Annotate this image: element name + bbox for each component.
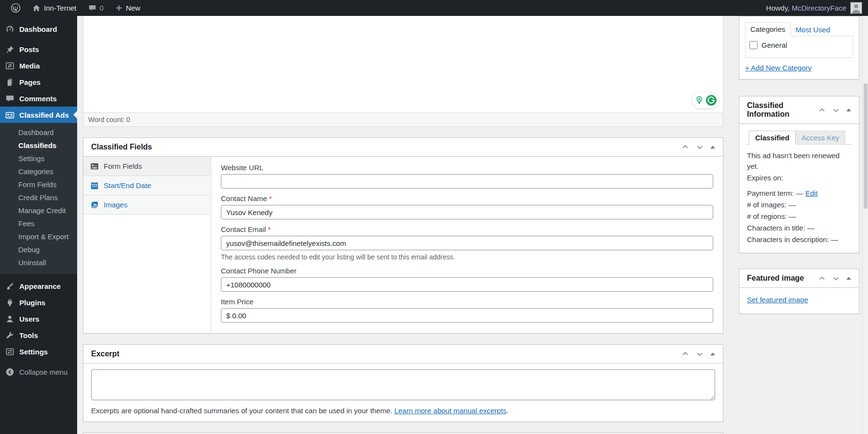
collapse-icon [5,367,14,377]
contact-name-input[interactable] [221,205,713,219]
renewed-status: This ad hasn't been renewed yet. [747,150,851,172]
dashboard-icon [5,25,14,34]
media-icon [5,61,14,70]
tab-access-key[interactable]: Access Key [796,131,845,145]
scrollbar-thumb[interactable] [864,83,868,209]
content-editor: Word count: 0 [83,16,723,127]
website-url-input[interactable] [221,174,713,189]
set-featured-image-link[interactable]: Set featured image [747,296,808,304]
featured-image-header[interactable]: Featured image [739,269,859,288]
toggle-panel-icon[interactable] [710,146,715,149]
page-scrollbar[interactable] [862,16,868,434]
sidebar-item-media[interactable]: Media [0,57,77,74]
category-item-general[interactable]: General [749,41,849,49]
editor-text-area[interactable] [83,16,723,112]
submenu-item-dashboard[interactable]: Dashboard [0,126,77,139]
contact-email-input[interactable] [221,236,713,250]
sidebar-item-classified-ads[interactable]: Classified Ads [0,107,77,123]
toggle-panel-icon[interactable] [846,108,851,111]
classified-fields-header[interactable]: Classified Fields [83,138,723,157]
site-name-menu[interactable]: Inn-Ternet [27,0,82,16]
general-checkbox[interactable] [749,41,758,49]
word-count: Word count: 0 [88,116,130,123]
classified-fields-box: Classified Fields Form Fields [83,137,723,334]
submenu-item-fees[interactable]: Fees [0,217,77,230]
main-content: Word count: 0 Classified Fields Form [83,16,723,434]
required-asterisk: * [268,225,271,233]
website-url-label: Website URL [221,163,713,172]
tab-start-end-date[interactable]: Start/End Date [83,176,211,195]
sidebar-item-posts[interactable]: Posts [0,41,77,57]
move-down-icon[interactable] [696,350,704,358]
category-label: General [761,41,787,49]
classified-information-header[interactable]: Classified Information [739,96,859,124]
manual-excerpts-link[interactable]: Learn more about manual excerpts [394,407,507,415]
submenu-item-manage-credit[interactable]: Manage Credit [0,204,77,217]
edit-payment-link[interactable]: Edit [805,189,818,197]
submenu-item-uninstall[interactable]: Uninstall [0,256,77,269]
account-menu[interactable]: Howdy, McDirectoryFace [766,0,868,16]
sidebar-item-tools[interactable]: Tools [0,327,77,343]
tab-form-fields[interactable]: Form Fields [83,157,211,176]
featured-image-box: Featured image Set featured image [739,269,859,314]
categories-tabs: Categories Most Used [745,22,853,36]
avatar[interactable] [850,2,862,14]
submenu-item-settings[interactable]: Settings [0,152,77,165]
submenu-item-form-fields[interactable]: Form Fields [0,178,77,191]
add-new-category-link[interactable]: + Add New Category [745,64,812,72]
categories-box: Categories Most Used General + Add New C… [739,16,859,80]
move-up-icon[interactable] [818,275,826,282]
grammarly-widget[interactable] [692,92,719,108]
sidebar-item-dashboard[interactable]: Dashboard [0,21,77,37]
submenu-item-debug[interactable]: Debug [0,243,77,256]
tab-classified[interactable]: Classified [749,131,796,145]
submenu-item-import-export[interactable]: Import & Export [0,230,77,243]
move-down-icon[interactable] [696,143,704,151]
comments-menu[interactable]: 0 [82,0,109,16]
tab-images[interactable]: Images [83,195,211,215]
featured-image-title: Featured image [747,274,804,283]
tab-most-used[interactable]: Most Used [791,23,835,36]
classified-info-tabs: Classified Access Key [747,131,851,145]
contact-phone-input[interactable] [221,277,713,292]
sidebar-item-plugins[interactable]: Plugins [0,294,77,311]
move-up-icon[interactable] [681,143,689,151]
chars-in-description: Characters in description: — [747,234,851,245]
home-icon [32,4,41,12]
admin-bar: Inn-Ternet 0 New Howdy, McDirectoryFace [0,0,868,16]
toggle-panel-icon[interactable] [846,277,851,280]
contact-email-helper: The access codes needed to edit your lis… [221,253,713,261]
users-icon [5,314,14,324]
sidebar-item-settings[interactable]: Settings [0,343,77,360]
new-content-menu[interactable]: New [109,0,146,16]
excerpt-textarea[interactable] [91,369,715,400]
classified-information-box: Classified Information Classified Access… [739,96,859,253]
editor-status-bar: Word count: 0 [83,112,723,126]
move-up-icon[interactable] [818,107,826,114]
excerpt-header[interactable]: Excerpt [83,345,723,364]
required-asterisk: * [269,194,272,203]
wordpress-logo[interactable] [5,0,27,16]
sidebar-item-pages[interactable]: Pages [0,74,77,90]
comment-count: 0 [100,4,104,12]
num-images: # of images: — [747,200,851,210]
excerpt-box: Excerpt Excerpts are optional hand-craft… [83,344,723,422]
sidebar-item-comments[interactable]: Comments [0,90,77,107]
move-up-icon[interactable] [681,350,689,358]
toggle-panel-icon[interactable] [710,353,715,355]
sidebar-item-users[interactable]: Users [0,311,77,327]
submenu-item-classifieds[interactable]: Classifieds [0,139,77,152]
classified-ads-icon [5,110,14,120]
sidebar-item-collapse-menu[interactable]: Collapse menu [0,364,77,380]
avatar-person-icon [851,2,862,14]
submenu-item-credit-plans[interactable]: Credit Plans [0,191,77,204]
item-price-label: Item Price [221,298,713,306]
submenu-item-categories[interactable]: Categories [0,165,77,178]
sidebar-item-appearance[interactable]: Appearance [0,278,77,294]
item-price-input[interactable] [221,308,713,323]
move-down-icon[interactable] [832,107,840,114]
tab-all-categories[interactable]: Categories [745,22,791,36]
move-down-icon[interactable] [832,275,840,282]
appearance-icon [5,282,14,291]
comments-icon [5,94,14,103]
